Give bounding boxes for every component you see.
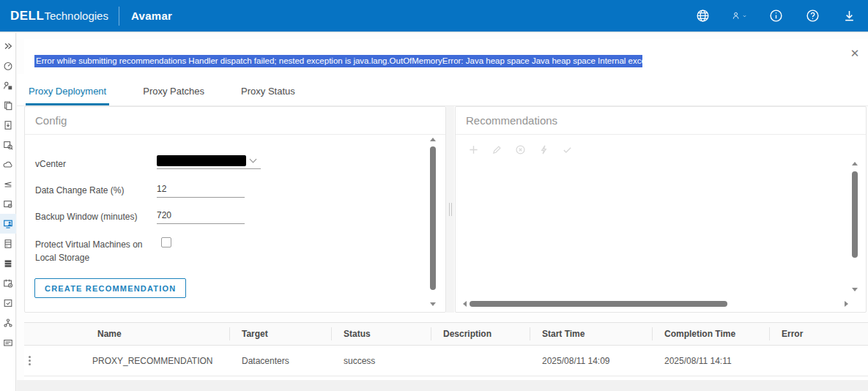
- dell-logo-text: DELL: [10, 9, 44, 23]
- page-footer-strip: [17, 380, 868, 391]
- tab-proxy-status[interactable]: Proxy Status: [238, 86, 298, 105]
- vcenter-select[interactable]: [157, 155, 261, 169]
- system-icon[interactable]: [0, 234, 16, 253]
- column-header-completion-time[interactable]: Completion Time: [652, 323, 769, 345]
- dell-logo: DELLTechnologies: [10, 9, 108, 23]
- globe-icon[interactable]: [695, 9, 710, 23]
- create-recommendation-button[interactable]: CREATE RECOMMENDATION: [34, 278, 186, 298]
- avamar-app: DELLTechnologies Avamar: [0, 0, 868, 391]
- server-icon[interactable]: [0, 253, 16, 273]
- scrollbar-thumb[interactable]: [852, 171, 858, 258]
- scrollbar-thumb[interactable]: [430, 146, 436, 290]
- left-nav-sidebar: [0, 33, 16, 391]
- config-panel-title: Config: [25, 107, 445, 135]
- cell-target: Datacenters: [229, 356, 331, 366]
- jobs-table: Name Target Status Description Start Tim…: [24, 322, 868, 385]
- schedule-icon[interactable]: [0, 273, 16, 293]
- scroll-down-icon[interactable]: [430, 302, 436, 306]
- header-divider: [119, 7, 119, 26]
- protect-vm-label: Protect Virtual Machines on Local Storag…: [35, 236, 157, 264]
- column-header-spacer: [24, 323, 73, 345]
- cell-name: PROXY_RECOMMENDATION: [73, 356, 229, 366]
- jobs-table-header: Name Target Status Description Start Tim…: [24, 323, 868, 346]
- cell-completion-time: 2025/08/11 14:11: [652, 356, 769, 366]
- instant-access-icon[interactable]: [0, 135, 16, 154]
- run-icon[interactable]: [538, 144, 550, 156]
- error-message: Error while submitting recommendations H…: [34, 55, 642, 67]
- edit-icon[interactable]: [491, 144, 503, 156]
- recommendations-panel-title: Recommendations: [456, 107, 866, 135]
- chevron-down-icon: [250, 156, 257, 163]
- recommendations-toolbar: [467, 144, 574, 156]
- tab-proxy-patches[interactable]: Proxy Patches: [140, 86, 207, 105]
- cell-status: success: [331, 356, 431, 366]
- backup-window-label: Backup Window (minutes): [35, 208, 157, 223]
- tab-bar: Proxy Deployment Proxy Patches Proxy Sta…: [17, 74, 868, 106]
- scroll-down-icon[interactable]: [852, 288, 858, 291]
- cell-start-time: 2025/08/11 14:09: [530, 356, 652, 366]
- tasks-icon[interactable]: [0, 293, 16, 313]
- recommendations-panel: Recommendations: [455, 106, 867, 313]
- recommendations-vertical-scrollbar[interactable]: [850, 162, 859, 291]
- events-icon[interactable]: [0, 332, 16, 352]
- scroll-up-icon[interactable]: [430, 138, 436, 141]
- column-header-start-time[interactable]: Start Time: [530, 323, 652, 345]
- data-change-rate-label: Data Change Rate (%): [35, 182, 157, 197]
- config-vertical-scrollbar[interactable]: [428, 138, 437, 306]
- column-header-name[interactable]: Name: [73, 323, 229, 345]
- copies-icon[interactable]: [0, 95, 16, 115]
- cloud-icon[interactable]: [0, 154, 16, 174]
- user-menu-icon[interactable]: [732, 9, 746, 23]
- backup-window-input[interactable]: [157, 209, 245, 224]
- scroll-left-icon[interactable]: [463, 301, 467, 307]
- scroll-up-icon[interactable]: [852, 162, 858, 165]
- vcenter-field-row: vCenter: [35, 155, 261, 171]
- vcenter-redacted-value: [157, 155, 246, 166]
- topology-icon[interactable]: [0, 313, 16, 332]
- add-icon[interactable]: [467, 144, 480, 156]
- column-header-status[interactable]: Status: [331, 323, 431, 345]
- restore-icon[interactable]: [0, 115, 16, 135]
- vcenter-label: vCenter: [35, 155, 157, 171]
- row-actions-kebab-icon[interactable]: [24, 354, 73, 367]
- help-icon[interactable]: [805, 9, 820, 23]
- close-icon[interactable]: ✕: [849, 48, 861, 59]
- info-icon[interactable]: [768, 9, 783, 23]
- panel-splitter-handle[interactable]: [446, 106, 454, 313]
- dashboard-icon[interactable]: [0, 56, 16, 75]
- settings-box-icon[interactable]: [0, 194, 16, 214]
- cancel-icon[interactable]: [514, 144, 527, 156]
- download-icon[interactable]: [842, 9, 856, 23]
- asset-config-icon[interactable]: [0, 75, 16, 95]
- protect-vm-label-line2: Local Storage: [35, 251, 157, 264]
- config-panel: Config vCenter Data Change Rate (%) Back…: [24, 106, 446, 313]
- column-header-target[interactable]: Target: [229, 323, 331, 345]
- error-banner: Error while submitting recommendations H…: [24, 39, 868, 74]
- backup-window-row: Backup Window (minutes): [35, 208, 245, 224]
- proxy-management-icon[interactable]: [0, 214, 16, 234]
- column-header-description[interactable]: Description: [431, 323, 530, 345]
- protect-vm-checkbox[interactable]: [161, 237, 171, 247]
- data-change-rate-row: Data Change Rate (%): [35, 182, 245, 198]
- queue-icon[interactable]: [0, 174, 16, 194]
- app-title: Avamar: [131, 10, 172, 22]
- app-header: DELLTechnologies Avamar: [0, 0, 868, 32]
- column-header-error[interactable]: Error: [769, 323, 868, 345]
- tab-proxy-deployment[interactable]: Proxy Deployment: [26, 86, 109, 105]
- protect-vm-label-line1: Protect Virtual Machines on: [35, 238, 157, 251]
- protect-vm-row: Protect Virtual Machines on Local Storag…: [35, 236, 171, 264]
- accept-icon[interactable]: [561, 144, 574, 156]
- main-content: Error while submitting recommendations H…: [17, 33, 868, 391]
- dell-logo-technologies: Technologies: [44, 10, 108, 22]
- scroll-right-icon[interactable]: [845, 301, 848, 307]
- table-row[interactable]: PROXY_RECOMMENDATION Datacenters success…: [24, 346, 868, 376]
- expand-icon[interactable]: [0, 36, 16, 56]
- recommendations-horizontal-scrollbar[interactable]: [463, 299, 848, 308]
- scrollbar-thumb[interactable]: [470, 301, 727, 307]
- data-change-rate-input[interactable]: [157, 182, 245, 198]
